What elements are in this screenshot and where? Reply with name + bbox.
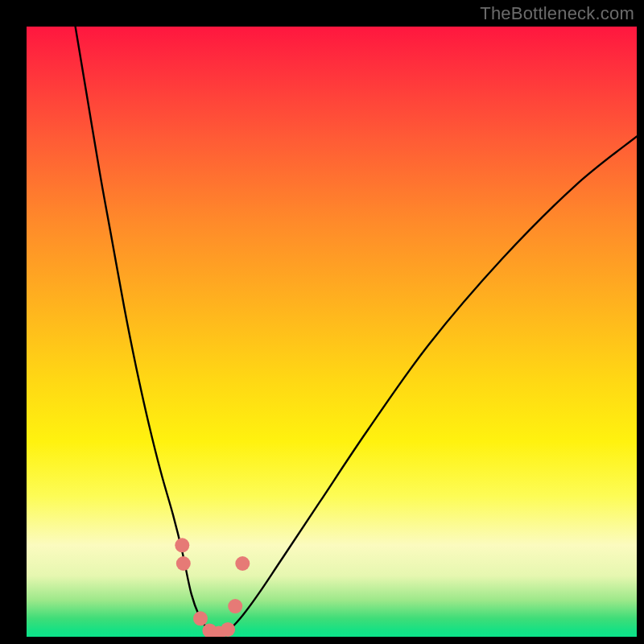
plot-area [27, 27, 637, 637]
highlight-marker [228, 599, 242, 613]
highlight-marker [235, 556, 250, 571]
bottleneck-curve-path [76, 27, 637, 634]
highlight-marker [221, 622, 235, 637]
curve-layer [27, 27, 637, 637]
highlight-marker [193, 611, 208, 625]
chart-frame: TheBottleneck.com [0, 0, 644, 644]
highlight-marker-group [175, 538, 250, 637]
highlight-marker [175, 538, 189, 552]
highlight-marker [176, 556, 191, 571]
watermark-text: TheBottleneck.com [480, 3, 634, 24]
